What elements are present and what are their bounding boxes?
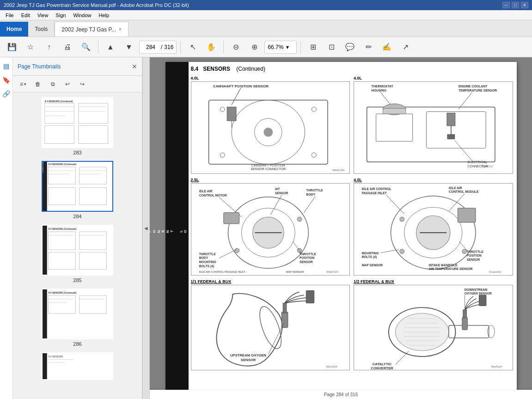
- svg-line-129: [380, 250, 399, 253]
- menu-window[interactable]: Window: [69, 12, 95, 19]
- sidebar-close-button[interactable]: ✕: [132, 63, 137, 70]
- menu-file[interactable]: File: [2, 12, 18, 19]
- throttle25-svg: IDLE AIR CONTROL MOTOR IAT SENSOR THROTT…: [191, 184, 350, 275]
- svg-text:50e41b/5: 50e41b/5: [326, 365, 337, 368]
- thumbnail-list[interactable]: 8.4 SENSORS (Continued) 283: [13, 92, 142, 399]
- svg-rect-68: [426, 111, 486, 148]
- tab-home[interactable]: Home: [0, 22, 28, 37]
- properties-button[interactable]: ⊡: [323, 40, 340, 55]
- share2-button[interactable]: ↗: [397, 40, 414, 55]
- diagram-coolant-label: 4.0L: [354, 76, 513, 80]
- svg-text:SENSOR CONNECTOR: SENSOR CONNECTOR: [251, 167, 286, 171]
- sidebar-header: Page Thumbnails ✕: [13, 57, 142, 76]
- minimize-button[interactable]: ─: [502, 2, 510, 8]
- svg-text:MAP SENSOR: MAP SENSOR: [362, 264, 383, 267]
- top-diagrams-row: 4.0L CAMSHAFT POSITION SENSOR: [191, 76, 513, 174]
- page-up-button[interactable]: ▲: [102, 40, 119, 55]
- fit-button[interactable]: ⊞: [305, 40, 321, 55]
- menu-help[interactable]: Help: [95, 12, 113, 19]
- thumbnail-283[interactable]: 8.4 SENSORS (Continued) 283: [18, 97, 137, 155]
- diagram-camshaft: 4.0L CAMSHAFT POSITION SENSOR: [191, 76, 350, 174]
- menu-view[interactable]: View: [34, 12, 52, 19]
- thumbnail-285[interactable]: 8.4 SENSORS (Continued) 285: [18, 225, 137, 283]
- hand-button[interactable]: ✋: [203, 40, 220, 55]
- tab-doc-label: 2002 Jeep TJ Gas P...: [61, 26, 116, 33]
- zoom-dropdown-icon[interactable]: ▾: [286, 44, 289, 50]
- svg-rect-70: [383, 108, 406, 114]
- thumbnail-284[interactable]: COMPONENT 8.4 SENSORS (Continued) 284: [18, 161, 137, 219]
- zoom-control: 66.7% ▾: [264, 41, 297, 54]
- tab-tools[interactable]: Tools: [28, 22, 55, 37]
- cursor-button[interactable]: ↖: [184, 40, 201, 55]
- thumbnail-img-285[interactable]: 8.4 SENSORS (Continued): [42, 225, 113, 276]
- search-button[interactable]: 🔍: [78, 40, 94, 55]
- maximize-button[interactable]: □: [512, 2, 519, 8]
- svg-point-52: [312, 107, 316, 111]
- panel-link-icon[interactable]: 🔗: [1, 89, 12, 99]
- sign-button[interactable]: ✍: [379, 40, 395, 55]
- close-button[interactable]: ✕: [521, 2, 528, 8]
- sidebar-title-thumbnails: Thumbnails: [32, 63, 61, 70]
- svg-text:CONTROL MOTOR: CONTROL MOTOR: [199, 194, 226, 197]
- svg-rect-41: [43, 353, 47, 380]
- sidebar-redo-button[interactable]: ↪: [76, 79, 89, 90]
- thumbnail-label-285: 285: [73, 277, 81, 283]
- page-down-button[interactable]: ▼: [121, 40, 137, 55]
- svg-rect-153: [462, 317, 468, 330]
- zoom-in-button[interactable]: ⊕: [246, 40, 263, 55]
- window-controls[interactable]: ─ □ ✕: [502, 2, 528, 8]
- page-input[interactable]: [142, 44, 159, 50]
- svg-text:AIR TEMPERATURE SENSOR: AIR TEMPERATURE SENSOR: [429, 267, 473, 270]
- svg-text:THERMOSTAT: THERMOSTAT: [372, 85, 394, 88]
- section-sub: (Continued): [236, 66, 265, 72]
- diagram-federal1-label: 1/1 FEDERAL & BUX: [191, 279, 350, 284]
- pdf-page: COMPONENTLOCATIONS 8.4 SENSORS (Continue…: [165, 62, 517, 390]
- sidebar-undo-button[interactable]: ↩: [61, 79, 74, 90]
- svg-line-140: [268, 323, 284, 354]
- thumbnail-287[interactable]: 8.4 SENSORS: [18, 352, 137, 380]
- zoom-out-button[interactable]: ⊖: [227, 40, 244, 55]
- svg-text:THROTTLE: THROTTLE: [199, 252, 215, 256]
- svg-line-46: [232, 88, 241, 105]
- svg-text:POSITION: POSITION: [300, 256, 314, 259]
- tab-document[interactable]: 2002 Jeep TJ Gas P... ×: [55, 22, 128, 37]
- page-separator: /: [161, 44, 162, 50]
- svg-text:8.4 SENSORS (Continued): 8.4 SENSORS (Continued): [49, 163, 77, 166]
- annotate-button[interactable]: ✏: [360, 40, 377, 55]
- svg-rect-155: [479, 295, 486, 306]
- left-panel: ▤ 🔖 🔗: [0, 57, 13, 399]
- svg-text:MAP SENSOR: MAP SENSOR: [286, 270, 304, 273]
- camshaft-svg: CAMSHAFT POSITION SENSOR: [191, 82, 350, 173]
- thumbnail-img-287[interactable]: 8.4 SENSORS: [42, 352, 113, 380]
- sidebar-extract-button[interactable]: ⧉: [46, 79, 59, 90]
- panel-bookmark-icon[interactable]: 🔖: [1, 75, 12, 85]
- thumbnail-label-283: 283: [73, 150, 81, 155]
- thumbnail-img-286[interactable]: 8.4 SENSORS (Continued): [42, 289, 113, 339]
- diagram-camshaft-label: 4.0L: [191, 76, 350, 80]
- menu-sign[interactable]: Sign: [52, 12, 69, 19]
- svg-text:8.4 SENSORS (Continued): 8.4 SENSORS (Continued): [49, 228, 77, 230]
- bookmark-button[interactable]: ☆: [22, 40, 39, 55]
- panel-page-icon[interactable]: ▤: [1, 61, 12, 71]
- print-button[interactable]: 🖨: [59, 40, 76, 55]
- svg-rect-66: [367, 107, 495, 162]
- save-button[interactable]: 💾: [4, 40, 20, 55]
- comment-button[interactable]: 💬: [342, 40, 358, 55]
- svg-text:CAMSHAFT POSITION: CAMSHAFT POSITION: [251, 164, 285, 167]
- tab-tools-label: Tools: [35, 26, 48, 32]
- thumbnail-286[interactable]: 8.4 SENSORS (Continued) 286: [18, 289, 137, 347]
- sidebar-options-button[interactable]: ≡ ▾: [17, 79, 30, 90]
- section-number: 8.4: [191, 66, 199, 72]
- svg-text:DOWNSTREAM: DOWNSTREAM: [465, 288, 488, 291]
- svg-text:SENSOR: SENSOR: [275, 191, 288, 195]
- sidebar-delete-button[interactable]: 🗑: [31, 79, 44, 90]
- tab-close-button[interactable]: ×: [119, 27, 122, 32]
- svg-line-112: [386, 195, 404, 214]
- thumbnail-img-284[interactable]: COMPONENT 8.4 SENSORS (Continued): [42, 161, 113, 212]
- downstream-svg: DOWNSTREAM OXYGEN SENSOR CATALYTIC CONVE…: [354, 285, 513, 370]
- menu-edit[interactable]: Edit: [18, 12, 34, 19]
- svg-rect-32: [43, 289, 112, 338]
- thumbnail-img-283[interactable]: 8.4 SENSORS (Continued): [42, 97, 113, 148]
- share-button[interactable]: ↑: [41, 40, 57, 55]
- collapse-handle[interactable]: ◀: [142, 57, 150, 399]
